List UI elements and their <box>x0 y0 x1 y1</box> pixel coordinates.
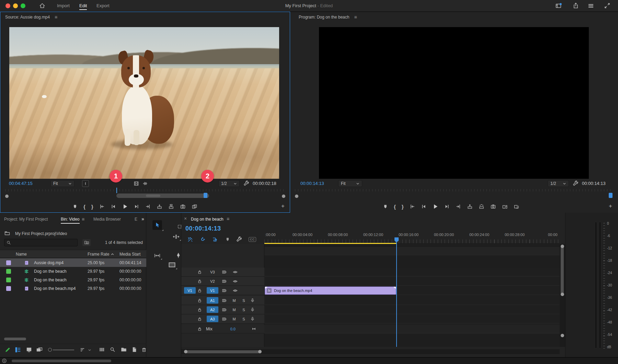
tab-truncated[interactable]: E <box>135 217 137 222</box>
mark-out-icon[interactable]: } <box>402 204 404 209</box>
track-target-a3[interactable]: A3 <box>207 316 218 322</box>
source-mini-ruler[interactable] <box>5 189 285 191</box>
program-mini-ruler[interactable] <box>295 189 613 191</box>
solo-button[interactable]: S <box>241 317 246 321</box>
voiceover-mic-icon[interactable] <box>250 307 255 312</box>
track-header-mix[interactable]: Mix 0.0 <box>181 325 264 333</box>
export-frame-icon[interactable] <box>180 204 186 209</box>
timeline-ruler[interactable]: :00:00 00:00:04:00 00:00:08:00 00:00:12:… <box>264 231 560 244</box>
step-back-icon[interactable] <box>111 204 116 209</box>
timeline-vscroll-lower-handle[interactable] <box>561 334 564 337</box>
mark-in-icon[interactable]: { <box>83 204 85 209</box>
source-playhead-handle[interactable] <box>204 193 207 198</box>
mute-button[interactable]: M <box>232 298 237 303</box>
share-icon[interactable] <box>573 2 579 9</box>
step-back-icon[interactable] <box>421 204 426 209</box>
track-lane-a2[interactable] <box>264 305 560 314</box>
mark-out-icon[interactable]: } <box>91 204 93 209</box>
solo-button[interactable]: S <box>241 298 246 303</box>
column-frame-rate[interactable]: Frame Rate <box>88 252 109 257</box>
track-visibility-eye-icon[interactable] <box>232 279 238 284</box>
program-panel-menu-icon[interactable]: ≡ <box>354 14 357 20</box>
source-button-editor-plus[interactable]: + <box>281 203 285 210</box>
goto-in-icon[interactable] <box>410 204 415 209</box>
bin-folder-icon[interactable] <box>4 231 10 236</box>
playhead-line[interactable] <box>396 239 397 347</box>
timeline-marker-icon[interactable] <box>225 237 230 242</box>
mute-button[interactable]: M <box>232 317 237 321</box>
snap-magnet-icon[interactable] <box>200 237 205 242</box>
bin-horizontal-scrollbar[interactable] <box>4 338 26 340</box>
track-header-v1[interactable]: V1 V1 <box>181 286 264 295</box>
workspace-icon[interactable] <box>556 3 562 9</box>
captions-cc-icon[interactable]: CC <box>249 237 256 242</box>
sync-lock-icon[interactable] <box>222 288 227 293</box>
program-timecode[interactable]: 00:00:14:13 <box>300 181 324 186</box>
bin-item-name[interactable]: Dog on the beach.mp4 <box>34 286 82 291</box>
label-color-swatch[interactable] <box>6 278 11 282</box>
lift-icon[interactable] <box>467 204 473 209</box>
sync-lock-icon[interactable] <box>222 307 227 312</box>
track-header-v3[interactable]: V3 <box>181 268 264 277</box>
timeline-vscroll-bottom-handle[interactable] <box>561 293 564 296</box>
app-menu-icon[interactable] <box>588 3 593 8</box>
overwrite-icon[interactable] <box>168 204 174 209</box>
source-panel-menu-icon[interactable]: ≡ <box>55 14 57 20</box>
slip-tool[interactable] <box>154 253 161 259</box>
mute-button[interactable]: M <box>232 308 237 312</box>
mix-value[interactable]: 0.0 <box>230 327 236 331</box>
drag-audio-icon[interactable] <box>142 181 148 186</box>
bin-item-name[interactable]: Dog on the beach <box>34 269 82 274</box>
search-in-bin-icon[interactable] <box>82 239 91 246</box>
automate-to-sequence-icon[interactable] <box>99 347 105 352</box>
tab-project-panel[interactable]: Project: My First Project <box>4 217 48 222</box>
program-resolution-select[interactable]: 1/2 <box>548 180 569 187</box>
label-color-swatch[interactable] <box>6 286 11 291</box>
fullscreen-icon[interactable] <box>604 3 610 9</box>
program-zoom-select[interactable]: Fit <box>338 180 362 187</box>
track-visibility-eye-icon[interactable] <box>232 270 238 274</box>
status-scrollbar[interactable] <box>12 360 111 362</box>
thumbnail-zoom-slider[interactable] <box>48 349 74 351</box>
sync-lock-icon[interactable] <box>222 270 227 274</box>
tab-bin-video[interactable]: Bin: Video <box>61 217 80 224</box>
source-patch-v1[interactable]: V1 <box>184 287 196 294</box>
bin-row-dog-beach-mp4[interactable]: Dog on the beach.mp4 29.97 fps 00:00:00:… <box>0 284 146 293</box>
timeline-tab-label[interactable]: Dog on the beach <box>191 217 224 222</box>
insert-icon[interactable] <box>157 204 162 209</box>
tab-import[interactable]: Import <box>57 3 70 8</box>
timeline-vscroll-grip[interactable] <box>561 246 564 294</box>
freeform-view-icon[interactable] <box>36 347 43 353</box>
comparison-view-icon[interactable] <box>192 204 197 209</box>
bin-row-dog-beach-2[interactable]: Dog on the beach 29.97 fps 00:00:00:00 <box>0 275 146 284</box>
goto-out-icon[interactable] <box>145 204 151 209</box>
track-header-a1[interactable]: A1 M S <box>181 296 264 305</box>
sort-chevron-icon[interactable] <box>88 348 91 352</box>
lock-icon[interactable] <box>197 307 202 312</box>
project-sync-icon[interactable] <box>2 358 7 363</box>
play-icon[interactable] <box>122 203 128 210</box>
program-video-preview[interactable] <box>319 27 589 179</box>
timeline-hscroll-grip[interactable] <box>186 350 260 353</box>
linked-selection-icon[interactable] <box>212 237 218 242</box>
new-item-icon[interactable] <box>132 347 137 352</box>
traffic-light-zoom[interactable] <box>21 3 25 8</box>
goto-out-icon[interactable] <box>456 204 461 209</box>
bin-item-name[interactable]: Aussie dog.mp4 <box>34 260 82 265</box>
drag-video-icon[interactable] <box>134 181 139 186</box>
track-lane-v3[interactable] <box>264 268 560 277</box>
track-lane-a3[interactable] <box>264 315 560 324</box>
track-header-v2[interactable]: V2 <box>181 277 264 286</box>
lock-icon[interactable] <box>197 317 202 321</box>
source-resolution-select[interactable]: 1/2 <box>218 180 240 187</box>
timeline-hscroll-left-handle[interactable] <box>184 350 187 353</box>
timeline-vscroll-track[interactable] <box>560 244 565 347</box>
delete-trash-icon[interactable] <box>141 347 147 352</box>
track-target-v2[interactable]: V2 <box>207 278 218 284</box>
bowtie-keyframe-icon[interactable] <box>251 327 256 331</box>
sort-icon[interactable] <box>80 347 85 352</box>
track-header-a2[interactable]: A2 M S <box>181 305 264 314</box>
tab-overflow-icon[interactable]: » <box>141 216 144 222</box>
column-name[interactable]: Name <box>16 252 27 257</box>
tab-media-browser[interactable]: Media Browser <box>93 217 121 222</box>
